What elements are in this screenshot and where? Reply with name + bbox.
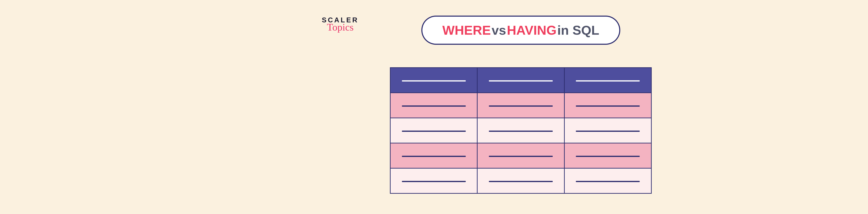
title-having: HAVING [507, 23, 557, 37]
table-cell [390, 118, 477, 143]
title-pill: WHERE vs HAVING in SQL [421, 15, 620, 45]
table-cell [564, 168, 651, 193]
scaler-topics-logo: SCALER Topics [318, 16, 363, 32]
title-vs: vs [492, 23, 506, 37]
table-cell [564, 68, 651, 93]
logo-text-bottom: Topics [318, 23, 363, 32]
cell-placeholder-line [576, 80, 640, 81]
table-cell [390, 143, 477, 168]
illustration-table [390, 67, 652, 194]
table-cell [390, 68, 477, 93]
cell-placeholder-line [402, 131, 466, 132]
cell-placeholder-line [489, 105, 553, 107]
table-cell [477, 168, 564, 193]
table-cell [564, 93, 651, 118]
cell-placeholder-line [576, 131, 640, 132]
cell-placeholder-line [402, 80, 466, 81]
table-cell [477, 68, 564, 93]
table-cell [477, 118, 564, 143]
table-row [390, 168, 651, 193]
cell-placeholder-line [576, 105, 640, 107]
table-cell [477, 93, 564, 118]
title-where: WHERE [442, 23, 491, 37]
cell-placeholder-line [489, 181, 553, 182]
cell-placeholder-line [489, 156, 553, 157]
cell-placeholder-line [402, 181, 466, 182]
table [390, 67, 652, 194]
table-header-row [390, 68, 651, 93]
table-cell [477, 143, 564, 168]
table-cell [564, 143, 651, 168]
table-row [390, 93, 651, 118]
cell-placeholder-line [489, 131, 553, 132]
cell-placeholder-line [576, 181, 640, 182]
table-row [390, 118, 651, 143]
cell-placeholder-line [489, 80, 553, 81]
table-row [390, 143, 651, 168]
title-in-sql: in SQL [557, 23, 599, 37]
cell-placeholder-line [402, 156, 466, 157]
cell-placeholder-line [576, 156, 640, 157]
cell-placeholder-line [402, 105, 466, 107]
table-cell [390, 93, 477, 118]
table-cell [390, 168, 477, 193]
table-cell [564, 118, 651, 143]
